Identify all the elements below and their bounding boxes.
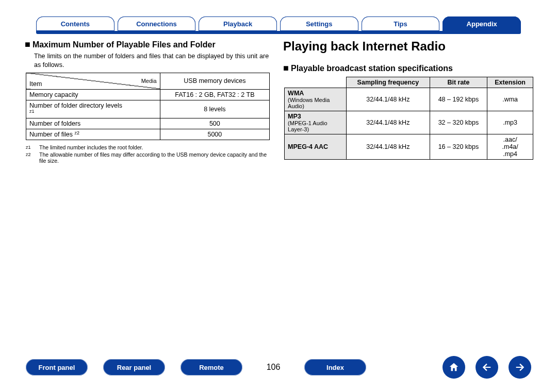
table-corner-cell: Media Item xyxy=(26,73,160,89)
row1-c1: 8 levels xyxy=(160,100,269,118)
h-sampling: Sampling frequency xyxy=(347,77,430,88)
table-row: MP3 (MPEG-1 Audio Layer-3) 32/44.1/48 kH… xyxy=(285,111,533,134)
row1-c0: Number of folder directory levelsz1 xyxy=(26,100,160,118)
home-button[interactable] xyxy=(443,356,465,379)
pill-rear-panel[interactable]: Rear panel xyxy=(103,359,165,376)
page-content: ■ Maximum Number of Playable Files and F… xyxy=(0,34,557,165)
footnotes: z1 The limited number includes the root … xyxy=(26,144,269,164)
left-column: ■ Maximum Number of Playable Files and F… xyxy=(25,39,269,165)
media-label: Media xyxy=(141,78,157,84)
blank-header xyxy=(285,77,347,88)
right-column: Playing back Internet Radio ■ Playable b… xyxy=(283,39,532,165)
pill-index[interactable]: Index xyxy=(304,359,366,376)
tab-playback[interactable]: Playback xyxy=(199,16,277,31)
next-button[interactable] xyxy=(509,356,531,379)
home-icon xyxy=(448,362,460,373)
row2-c0: Number of folders xyxy=(26,118,160,129)
codec-aac: MPEG-4 AAC xyxy=(285,134,347,160)
circle-buttons xyxy=(443,356,531,379)
arrow-right-icon xyxy=(514,362,526,373)
footnote-1: z1 The limited number includes the root … xyxy=(26,144,269,150)
left-intro: The limits on the number of folders and … xyxy=(34,52,269,70)
left-heading: ■ Maximum Number of Playable Files and F… xyxy=(25,39,269,50)
right-heading: ■ Playable broadcast station specificati… xyxy=(283,63,532,74)
bottom-nav: Front panel Rear panel Remote 106 Index xyxy=(0,356,557,379)
table-header-row: Sampling frequency Bit rate Extension xyxy=(285,77,533,88)
square-bullet-icon: ■ xyxy=(25,39,30,50)
table-row: Memory capacity FAT16 : 2 GB, FAT32 : 2 … xyxy=(26,89,270,100)
right-heading-text: Playable broadcast station specification… xyxy=(291,64,453,73)
row3-c1: 5000 xyxy=(160,129,269,140)
tab-tips[interactable]: Tips xyxy=(362,16,440,31)
row3-c0: Number of files z2 xyxy=(26,129,160,140)
codec-wma: WMA (Windows Media Audio) xyxy=(285,88,347,111)
tab-connections[interactable]: Connections xyxy=(118,16,196,31)
tab-appendix[interactable]: Appendix xyxy=(443,16,521,31)
square-bullet-icon: ■ xyxy=(283,63,289,74)
col2-header: USB memory devices xyxy=(160,73,269,89)
footnote-2: z2 The allowable number of files may dif… xyxy=(26,151,269,164)
top-nav: Contents Connections Playback Settings T… xyxy=(0,0,557,31)
pill-remote[interactable]: Remote xyxy=(181,359,242,376)
pill-front-panel[interactable]: Front panel xyxy=(26,359,88,376)
table-row: MPEG-4 AAC 32/44.1/48 kHz 16 – 320 kbps … xyxy=(285,134,533,160)
row2-c1: 500 xyxy=(160,118,269,129)
tab-settings[interactable]: Settings xyxy=(280,16,358,31)
page-number: 106 xyxy=(258,363,289,372)
h-bitrate: Bit rate xyxy=(430,77,487,88)
right-h1: Playing back Internet Radio xyxy=(283,39,532,54)
codec-mp3: MP3 (MPEG-1 Audio Layer-3) xyxy=(285,111,347,134)
usb-limits-table: Media Item USB memory devices Memory cap… xyxy=(26,73,270,140)
h-extension: Extension xyxy=(487,77,533,88)
arrow-left-icon xyxy=(481,362,493,373)
item-label: Item xyxy=(29,80,42,88)
table-row: WMA (Windows Media Audio) 32/44.1/48 kHz… xyxy=(285,88,533,111)
row0-c1: FAT16 : 2 GB, FAT32 : 2 TB xyxy=(160,89,269,100)
codec-table: Sampling frequency Bit rate Extension WM… xyxy=(284,77,533,160)
tab-contents[interactable]: Contents xyxy=(36,16,114,31)
table-row: Number of files z2 5000 xyxy=(26,129,270,140)
prev-button[interactable] xyxy=(476,356,498,379)
left-heading-text: Maximum Number of Playable Files and Fol… xyxy=(32,40,216,49)
row0-c0: Memory capacity xyxy=(26,89,160,100)
table-row: Number of folders 500 xyxy=(26,118,270,129)
table-row: Number of folder directory levelsz1 8 le… xyxy=(26,100,270,118)
